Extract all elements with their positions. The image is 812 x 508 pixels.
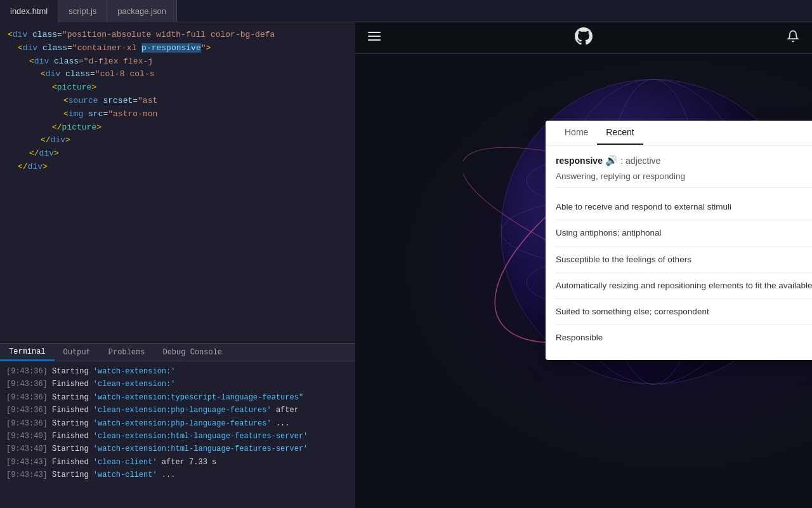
dict-tab-recent[interactable]: Recent	[597, 121, 643, 145]
tab-output[interactable]: Output	[55, 344, 100, 361]
code-line-11: </div>	[0, 161, 355, 174]
tab-bar: index.html script.js package.json	[0, 0, 812, 22]
terminal-line-7: [9:43:40] Starting 'watch-extension:html…	[6, 443, 349, 455]
tab-debug-console[interactable]: Debug Console	[154, 344, 231, 361]
terminal-line-5: [9:43:36] Starting 'watch-extension:php-…	[6, 417, 349, 430]
dict-def-5: Suited to something else; correspondent	[556, 299, 812, 325]
hamburger-icon[interactable]	[368, 30, 381, 46]
tab-package-json[interactable]: package.json	[107, 0, 177, 22]
tab-terminal[interactable]: Terminal	[0, 344, 55, 361]
dictionary-gloss: Answering, replying or responding	[556, 171, 812, 181]
code-line-5: <picture>	[0, 81, 355, 95]
terminal-line-2: [9:43:36] Finished 'clean-extension:'	[6, 378, 349, 391]
dict-divider	[556, 187, 812, 188]
svg-rect-23	[368, 36, 381, 37]
dictionary-word-line: responsive 🔊 : adjective	[556, 154, 812, 166]
tab-problems[interactable]: Problems	[100, 344, 154, 361]
terminal-line-8: [9:43:43] Finished 'clean-client' after …	[6, 456, 349, 469]
code-editor[interactable]: <div class="position-absolute width-full…	[0, 22, 355, 343]
code-line-1: <div class="position-absolute width-full…	[0, 29, 355, 42]
dict-def-3: Susceptible to the feelings of others	[556, 247, 812, 273]
dictionary-body: responsive 🔊 : adjective Answering, repl…	[546, 145, 812, 360]
terminal-area: Terminal Output Problems Debug Console […	[0, 343, 355, 508]
terminal-tabs: Terminal Output Problems Debug Console	[0, 344, 355, 361]
right-panel: Home Recent responsive 🔊 : adjective Ans…	[355, 22, 812, 508]
tab-index-html[interactable]: index.html	[0, 0, 58, 22]
editor-panel: <div class="position-absolute width-full…	[0, 22, 355, 508]
dict-def-2: Using antiphons; antiphonal	[556, 220, 812, 246]
code-line-2: <div class="container-xl p-responsive">	[0, 42, 355, 55]
svg-rect-22	[368, 32, 381, 33]
code-line-8: </picture>	[0, 121, 355, 135]
sound-icon[interactable]: 🔊	[605, 155, 620, 166]
code-line-3: <div class="d-flex flex-j	[0, 55, 355, 69]
code-line-9: </div>	[0, 134, 355, 147]
terminal-line-1: [9:43:36] Starting 'watch-extension:'	[6, 365, 349, 378]
dictionary-word: responsive	[556, 156, 603, 166]
right-topbar	[355, 22, 812, 54]
code-line-4: <div class="col-8 col-s	[0, 68, 355, 81]
terminal-line-6: [9:43:40] Finished 'clean-extension:html…	[6, 430, 349, 443]
dictionary-pos: : adjective	[620, 156, 660, 166]
dictionary-popup: Home Recent responsive 🔊 : adjective Ans…	[546, 121, 812, 360]
svg-rect-24	[368, 39, 381, 41]
dictionary-tabs: Home Recent	[546, 121, 812, 145]
main-area: <div class="position-absolute width-full…	[0, 22, 812, 508]
dict-def-6: Responsible	[556, 325, 812, 351]
terminal-content: [9:43:36] Starting 'watch-extension:' [9…	[0, 361, 355, 486]
code-line-6: <source srcset="ast	[0, 95, 355, 108]
code-line-7: <img src="astro-mon	[0, 108, 355, 121]
code-line-10: </div>	[0, 147, 355, 161]
tab-script-js[interactable]: script.js	[58, 0, 107, 22]
bell-icon[interactable]	[787, 30, 799, 46]
terminal-line-3: [9:43:36] Starting 'watch-extension:type…	[6, 391, 349, 404]
dict-tab-home[interactable]: Home	[556, 121, 597, 145]
dict-def-1: Able to receive and respond to external …	[556, 194, 812, 220]
terminal-line-4: [9:43:36] Finished 'clean-extension:php-…	[6, 404, 349, 417]
github-logo-icon[interactable]	[575, 27, 593, 49]
terminal-line-9: [9:43:43] Starting 'watch-client' ...	[6, 469, 349, 481]
dict-def-4: Automatically resizing and repositioning…	[556, 273, 812, 299]
